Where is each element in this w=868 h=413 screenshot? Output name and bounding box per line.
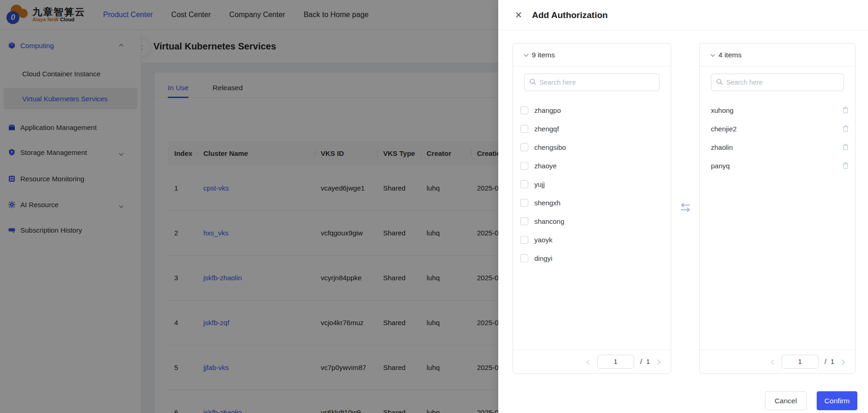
- trash-icon[interactable]: [842, 125, 850, 133]
- checkbox[interactable]: [520, 162, 528, 170]
- checkbox[interactable]: [520, 236, 528, 244]
- target-search-input[interactable]: [726, 79, 839, 86]
- drawer-header: ✕ Add Authorization: [498, 0, 868, 31]
- target-item: xuhong: [700, 101, 855, 119]
- source-search: [524, 74, 660, 91]
- source-item-label: yaoyk: [534, 236, 552, 244]
- drawer-title: Add Authorization: [532, 10, 608, 20]
- prev-page-icon[interactable]: [587, 358, 591, 365]
- trash-icon[interactable]: [842, 162, 850, 170]
- target-item-label: xuhong: [711, 106, 842, 114]
- target-item: chenjie2: [700, 119, 855, 138]
- target-item-label: chenjie2: [711, 125, 842, 133]
- target-pagination: / 1: [700, 350, 855, 373]
- source-page-input[interactable]: [597, 355, 634, 369]
- source-item: yaoyk: [513, 230, 671, 249]
- source-item: shancong: [513, 212, 671, 230]
- trash-icon[interactable]: [842, 106, 850, 114]
- source-item: zhengqf: [513, 119, 671, 138]
- source-item: zhaoye: [513, 156, 671, 175]
- source-item-label: chengsibo: [534, 143, 566, 151]
- source-item-label: shengxh: [534, 199, 561, 207]
- checkbox[interactable]: [520, 180, 528, 188]
- source-item-label: zhaoye: [534, 162, 556, 170]
- target-item: panyq: [700, 156, 855, 175]
- transfer-source-box: 9 items zhangpozhengqfchengsibozhaoyeyuj…: [513, 43, 671, 374]
- transfer-middle: [671, 43, 699, 374]
- drawer-mask[interactable]: [0, 0, 498, 413]
- target-total-pages: 1: [831, 358, 834, 365]
- source-item-label: yujj: [534, 180, 545, 188]
- chevron-down-icon: [524, 52, 528, 56]
- target-search: [711, 74, 844, 91]
- checkbox[interactable]: [520, 199, 528, 207]
- source-item: chengsibo: [513, 138, 671, 156]
- add-authorization-drawer: ✕ Add Authorization 9 items zhangpozheng…: [498, 0, 868, 413]
- source-search-input[interactable]: [539, 79, 654, 86]
- source-item: shengxh: [513, 193, 671, 212]
- source-pagination: / 1: [513, 350, 671, 373]
- drawer-footer: Cancel Confirm: [765, 391, 857, 410]
- checkbox[interactable]: [520, 217, 528, 225]
- transfer-widget: 9 items zhangpozhengqfchengsibozhaoyeyuj…: [513, 43, 856, 374]
- transfer-arrows-icon: [680, 203, 691, 214]
- target-list: xuhongchenjie2zhaolinpanyq: [700, 101, 855, 175]
- trash-icon[interactable]: [842, 143, 850, 151]
- search-icon: [529, 78, 536, 87]
- source-item: zhangpo: [513, 101, 671, 119]
- source-item-label: zhengqf: [534, 125, 559, 133]
- target-item: zhaolin: [700, 138, 855, 156]
- target-item-label: zhaolin: [711, 143, 842, 151]
- source-total-pages: 1: [646, 358, 650, 365]
- source-count-header[interactable]: 9 items: [513, 43, 671, 67]
- target-count-header[interactable]: 4 items: [700, 43, 855, 67]
- transfer-target-box: 4 items xuhongchenjie2zhaolinpanyq / 1: [699, 43, 856, 374]
- checkbox[interactable]: [520, 254, 528, 262]
- next-page-icon[interactable]: [656, 358, 660, 365]
- confirm-button[interactable]: Confirm: [817, 391, 857, 410]
- search-icon: [716, 78, 723, 87]
- cancel-button[interactable]: Cancel: [765, 391, 807, 410]
- prev-page-icon[interactable]: [772, 358, 776, 365]
- target-item-label: panyq: [711, 162, 842, 170]
- next-page-icon[interactable]: [840, 358, 844, 365]
- source-list: zhangpozhengqfchengsibozhaoyeyujjshengxh…: [513, 101, 671, 267]
- source-item: dingyi: [513, 249, 671, 267]
- chevron-down-icon: [711, 52, 715, 56]
- source-item: yujj: [513, 175, 671, 193]
- target-page-input[interactable]: [782, 355, 819, 369]
- source-item-label: dingyi: [534, 254, 552, 262]
- close-icon[interactable]: ✕: [515, 10, 524, 20]
- checkbox[interactable]: [520, 143, 528, 151]
- checkbox[interactable]: [520, 106, 528, 114]
- checkbox[interactable]: [520, 125, 528, 133]
- source-item-label: shancong: [534, 217, 564, 225]
- source-item-label: zhangpo: [534, 106, 561, 114]
